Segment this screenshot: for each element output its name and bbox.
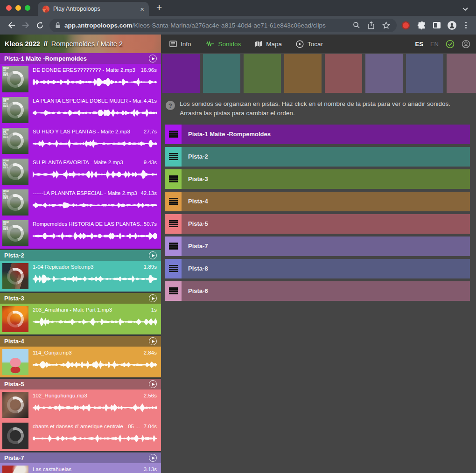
track-row[interactable]: Pista-6 bbox=[165, 281, 470, 301]
clip-line: ------LA PLANNTA ESPECIAL - Maite 2.mp34… bbox=[33, 190, 157, 196]
peppa-video-thumbnail bbox=[2, 349, 28, 375]
browser-tab[interactable]: Play Antropoloops × bbox=[38, 2, 149, 16]
color-swatch-6 bbox=[365, 54, 403, 93]
browser-menu-icon[interactable] bbox=[463, 22, 469, 28]
track-row[interactable]: Pista-2 bbox=[165, 147, 470, 167]
waveform bbox=[33, 77, 157, 87]
bookmark-star-icon[interactable] bbox=[382, 21, 390, 29]
back-button[interactable] bbox=[5, 18, 19, 32]
clip-item[interactable]: ROM PE MOL DESDE DONDE ERES???????? - Ma… bbox=[0, 64, 161, 95]
drag-handle-icon[interactable] bbox=[165, 192, 182, 211]
clip-body: DE DONDE ERES???????? - Maite 2.mp316.96… bbox=[33, 66, 157, 92]
minimize-window-button[interactable] bbox=[15, 5, 21, 11]
tab-sonidos[interactable]: Sonidos bbox=[205, 41, 241, 48]
track-row-body[interactable]: Pista-6 bbox=[182, 281, 470, 301]
extensions-puzzle-icon[interactable] bbox=[417, 21, 426, 30]
fire-video-thumbnail bbox=[2, 306, 28, 332]
track-row[interactable]: Pista-8 bbox=[165, 259, 470, 278]
track-row[interactable]: Pista-5 bbox=[165, 214, 470, 234]
track-name: Pista-5 bbox=[4, 381, 24, 388]
recording-indicator-icon[interactable] bbox=[403, 22, 409, 28]
waveform bbox=[33, 200, 157, 210]
track-row[interactable]: Pista-7 bbox=[165, 236, 470, 256]
account-icon[interactable] bbox=[462, 40, 470, 49]
track-row-body[interactable]: Pista-3 bbox=[182, 169, 470, 189]
tab-tocar[interactable]: Tocar bbox=[296, 40, 323, 48]
share-icon[interactable] bbox=[368, 21, 375, 29]
play-track-button[interactable] bbox=[149, 454, 157, 462]
track-row[interactable]: Pista-3 bbox=[165, 169, 470, 189]
breadcrumb[interactable]: Kleos 2022 // Rompemoldes / Maite 2 bbox=[0, 35, 161, 53]
zoom-icon[interactable] bbox=[353, 21, 360, 29]
side-panel-icon[interactable] bbox=[433, 22, 441, 28]
clip-item[interactable]: ROM PE MOL DESSU PLANTA FAVORITA - Maite… bbox=[0, 156, 161, 187]
tab-info[interactable]: Info bbox=[169, 41, 191, 48]
drag-handle-icon[interactable] bbox=[165, 169, 182, 189]
play-track-button[interactable] bbox=[149, 337, 157, 345]
tracks-sidebar: Pista-1 Maite -RompemoldesROM PE MOL DES… bbox=[0, 53, 161, 473]
track-row[interactable]: Pista-1 Maite -Rompemoldes bbox=[165, 125, 470, 144]
clip-item[interactable]: 203_Amalihani - Mali: Part 1.mp31s bbox=[0, 304, 161, 334]
close-tab-icon[interactable]: × bbox=[140, 6, 144, 13]
track-header[interactable]: Pista-4 bbox=[0, 336, 161, 347]
clip-item[interactable]: 114_Gunjai.mp32.84s bbox=[0, 347, 161, 377]
saved-check-icon[interactable] bbox=[446, 40, 455, 49]
waveform bbox=[33, 274, 157, 284]
play-track-button[interactable] bbox=[149, 380, 157, 388]
clip-body: chants et danses d' amerique centrale - … bbox=[33, 423, 157, 449]
drag-handle-icon[interactable] bbox=[165, 236, 182, 256]
drag-handle-icon[interactable] bbox=[165, 281, 182, 301]
lang-es-button[interactable]: ES bbox=[415, 41, 423, 48]
omnibox-actions bbox=[353, 21, 391, 29]
track-header[interactable]: Pista-1 Maite -Rompemoldes bbox=[0, 53, 161, 64]
track-row-body[interactable]: Pista-8 bbox=[182, 259, 470, 278]
clip-item[interactable]: Las castañuelas3.13s bbox=[0, 463, 161, 473]
drag-handle-icon[interactable] bbox=[165, 214, 182, 234]
tab-mapa[interactable]: Mapa bbox=[255, 41, 282, 48]
track-row-body[interactable]: Pista-4 bbox=[182, 192, 470, 211]
play-track-button[interactable] bbox=[149, 251, 157, 259]
track-row-body[interactable]: Pista-2 bbox=[182, 147, 470, 167]
track-header[interactable]: Pista-3 bbox=[0, 293, 161, 304]
clip-item[interactable]: 1-04 Repicador Solo.mp31.89s bbox=[0, 261, 161, 292]
drag-handle-icon[interactable] bbox=[165, 147, 182, 167]
track-row[interactable]: Pista-4 bbox=[165, 192, 470, 211]
clip-title: LA PLANTA ESPECIAL DOBLE MUJER - Mai... bbox=[33, 98, 143, 104]
forward-button[interactable] bbox=[19, 18, 33, 32]
play-icon bbox=[152, 457, 155, 459]
play-track-button[interactable] bbox=[149, 294, 157, 302]
track-row-body[interactable]: Pista-5 bbox=[182, 214, 470, 234]
track-header[interactable]: Pista-2 bbox=[0, 250, 161, 261]
profile-avatar[interactable] bbox=[448, 21, 456, 30]
clip-line: LA PLANTA ESPECIAL DOBLE MUJER - Mai...4… bbox=[33, 98, 157, 104]
lang-en-button[interactable]: EN bbox=[430, 41, 439, 48]
play-track-button[interactable] bbox=[149, 55, 157, 63]
loading-ring-icon bbox=[4, 424, 27, 447]
fullscreen-window-button[interactable] bbox=[25, 5, 30, 11]
clip-item[interactable]: chants et danses d' amerique centrale - … bbox=[0, 420, 161, 451]
browser-toolbar: app.antropoloops.com/Kleos-Santa-Marina/… bbox=[0, 16, 476, 35]
track-header[interactable]: Pista-7 bbox=[0, 452, 161, 463]
clip-item[interactable]: ROM PE MOL DES------LA PLANNTA ESPECIAL … bbox=[0, 187, 161, 218]
reload-button[interactable] bbox=[33, 18, 47, 32]
clip-duration: 9.43s bbox=[144, 160, 157, 165]
browser-chrome: Play Antropoloops × + app.antropoloops.c… bbox=[0, 0, 476, 35]
tab-search-chevron-icon[interactable] bbox=[462, 7, 469, 16]
waveform bbox=[33, 231, 157, 241]
track-header[interactable]: Pista-5 bbox=[0, 379, 161, 390]
breadcrumb-project: Kleos 2022 bbox=[5, 40, 40, 48]
drag-handle-icon[interactable] bbox=[165, 125, 182, 144]
clip-item[interactable]: 102_Hunguhungu.mp32.56s bbox=[0, 390, 161, 420]
clip-item[interactable]: ROM PE MOL DESLA PLANTA ESPECIAL DOBLE M… bbox=[0, 95, 161, 125]
close-window-button[interactable] bbox=[6, 5, 12, 11]
help-text: Los sonidos se organizan en pistas. Haz … bbox=[180, 99, 469, 118]
new-tab-button[interactable]: + bbox=[149, 2, 162, 16]
clip-body: Las castañuelas3.13s bbox=[33, 466, 157, 473]
clip-item[interactable]: ROM PE MOL DESRompemoldes HISTORIA DE LA… bbox=[0, 218, 161, 249]
track-row-body[interactable]: Pista-1 Maite -Rompemoldes bbox=[182, 125, 470, 144]
clip-item[interactable]: ROM PE MOL DESSU HIJO Y LAS PLANTAS - Ma… bbox=[0, 125, 161, 156]
address-bar[interactable]: app.antropoloops.com/Kleos-Santa-Marina/… bbox=[49, 19, 397, 32]
track-row-body[interactable]: Pista-7 bbox=[182, 236, 470, 256]
drag-handle-icon[interactable] bbox=[165, 259, 182, 278]
track-row-label: Pista-3 bbox=[188, 175, 208, 182]
